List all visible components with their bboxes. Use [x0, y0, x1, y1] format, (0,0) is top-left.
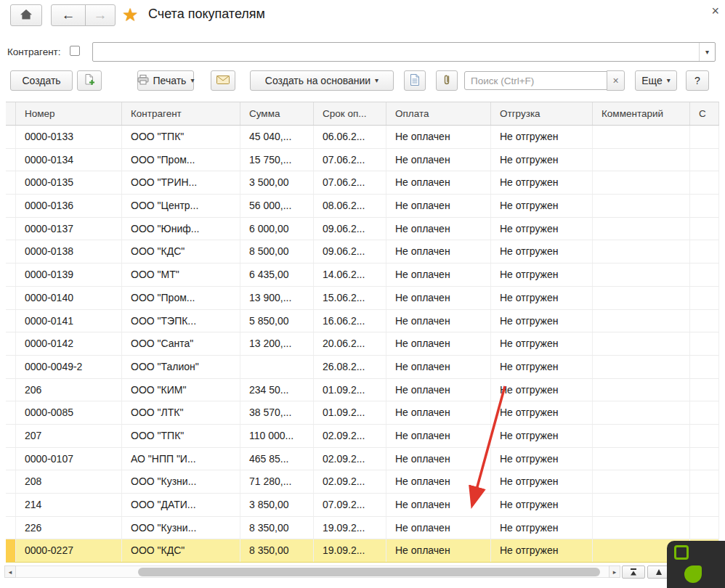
cell-counterparty[interactable]: ООО "КДС" — [122, 539, 240, 562]
cell-sum[interactable]: 6 435,00 — [240, 264, 314, 286]
cell-due-date[interactable]: 07.06.2... — [314, 149, 386, 171]
cell-due-date[interactable]: 26.08.2... — [314, 356, 386, 378]
column-header-comment[interactable]: Комментарий — [593, 102, 690, 125]
cell-due-date[interactable]: 20.06.2... — [314, 332, 386, 355]
copy-button[interactable] — [77, 70, 102, 91]
cell-due-date[interactable]: 07.06.2... — [314, 171, 386, 194]
invoice-row[interactable]: 0000-0049-2 ООО "Талион" 26.08.2... Не о… — [6, 356, 719, 379]
invoice-row[interactable]: 0000-0227 ООО "КДС" 8 350,00 19.09.2... … — [6, 539, 719, 563]
cell-due-date[interactable]: 16.06.2... — [314, 310, 386, 332]
cell-shipment-status[interactable]: Не отгружен — [491, 171, 593, 194]
scrollbar-thumb[interactable] — [138, 568, 600, 576]
cell-comment[interactable] — [593, 425, 690, 447]
cell-payment-status[interactable]: Не оплачен — [386, 448, 491, 470]
help-button[interactable]: ? — [686, 70, 709, 91]
cell-comment[interactable] — [593, 171, 690, 194]
cell-due-date[interactable]: 14.06.2... — [314, 264, 386, 286]
cell-sum[interactable]: 13 900,... — [240, 287, 314, 309]
cell-sum[interactable]: 56 000,... — [240, 195, 314, 217]
column-header-sum[interactable]: Сумма — [240, 102, 314, 125]
cell-sum[interactable]: 45 040,... — [240, 126, 314, 148]
cell-counterparty[interactable]: ООО "ТПК" — [122, 126, 240, 148]
cell-number[interactable]: 0000-0227 — [16, 539, 122, 562]
cell-extra[interactable] — [690, 332, 719, 355]
cell-payment-status[interactable]: Не оплачен — [386, 356, 491, 378]
invoice-row[interactable]: 208 ООО "Кузни... 71 280,... 02.09.2... … — [6, 470, 719, 494]
cell-counterparty[interactable]: ООО "ДАТИ... — [122, 494, 240, 516]
print-button[interactable]: Печать ▾ — [137, 70, 194, 91]
cell-due-date[interactable]: 09.06.2... — [314, 218, 386, 240]
column-header-payment[interactable]: Оплата — [386, 102, 491, 125]
cell-comment[interactable] — [593, 126, 690, 148]
cell-payment-status[interactable]: Не оплачен — [386, 379, 491, 401]
cell-sum[interactable]: 8 350,00 — [240, 539, 314, 562]
cell-number[interactable]: 0000-0085 — [16, 401, 122, 424]
cell-extra[interactable] — [690, 287, 719, 309]
back-button[interactable]: ← — [51, 4, 86, 26]
cell-extra[interactable] — [690, 425, 719, 447]
cell-payment-status[interactable]: Не оплачен — [386, 332, 491, 355]
scroll-left-button[interactable]: ◂ — [4, 565, 16, 578]
cell-counterparty[interactable]: ООО "Центр... — [122, 195, 240, 217]
cell-number[interactable]: 207 — [16, 425, 122, 447]
cell-number[interactable]: 0000-0141 — [16, 310, 122, 332]
cell-extra[interactable] — [690, 264, 719, 286]
cell-payment-status[interactable]: Не оплачен — [386, 171, 491, 194]
cell-shipment-status[interactable]: Не отгружен — [491, 264, 593, 286]
cell-shipment-status[interactable]: Не отгружен — [491, 425, 593, 447]
cell-extra[interactable] — [690, 401, 719, 424]
cell-payment-status[interactable]: Не оплачен — [386, 401, 491, 424]
cell-payment-status[interactable]: Не оплачен — [386, 517, 491, 539]
cell-extra[interactable] — [690, 379, 719, 401]
cell-sum[interactable]: 71 280,... — [240, 470, 314, 493]
cell-shipment-status[interactable]: Не отгружен — [491, 240, 593, 263]
cell-extra[interactable] — [690, 240, 719, 263]
cell-shipment-status[interactable]: Не отгружен — [491, 149, 593, 171]
cell-number[interactable]: 0000-0140 — [16, 287, 122, 309]
counterparty-filter-value[interactable] — [93, 43, 699, 61]
cell-due-date[interactable]: 01.09.2... — [314, 379, 386, 401]
cell-comment[interactable] — [593, 448, 690, 470]
scroll-right-button[interactable]: ▸ — [609, 565, 620, 578]
cell-due-date[interactable]: 02.09.2... — [314, 425, 386, 447]
cell-sum[interactable]: 6 000,00 — [240, 218, 314, 240]
invoice-row[interactable]: 226 ООО "Кузни... 8 350,00 19.09.2... Не… — [6, 517, 719, 540]
document-button[interactable] — [404, 70, 426, 91]
invoice-row[interactable]: 0000-0142 ООО "Санта" 13 200,... 20.06.2… — [6, 332, 719, 356]
cell-shipment-status[interactable]: Не отгружен — [491, 494, 593, 516]
cell-shipment-status[interactable]: Не отгружен — [491, 379, 593, 401]
favorite-star-icon[interactable]: ★ — [122, 4, 138, 25]
cell-counterparty[interactable]: ООО "Пром... — [122, 149, 240, 171]
cell-comment[interactable] — [593, 287, 690, 309]
cell-due-date[interactable]: 19.09.2... — [314, 517, 386, 539]
cell-sum[interactable]: 465 85... — [240, 448, 314, 470]
cell-shipment-status[interactable]: Не отгружен — [491, 332, 593, 355]
cell-sum[interactable]: 8 350,00 — [240, 517, 314, 539]
cell-payment-status[interactable]: Не оплачен — [386, 218, 491, 240]
cell-counterparty[interactable]: ООО "ТПК" — [122, 425, 240, 447]
invoice-row[interactable]: 207 ООО "ТПК" 110 000... 02.09.2... Не о… — [6, 425, 719, 448]
scroll-to-top-button[interactable] — [622, 565, 645, 579]
cell-counterparty[interactable]: АО "НПП "И... — [122, 448, 240, 470]
cell-number[interactable]: 0000-0137 — [16, 218, 122, 240]
cell-extra[interactable] — [690, 218, 719, 240]
cell-payment-status[interactable]: Не оплачен — [386, 126, 491, 148]
invoice-row[interactable]: 0000-0134 ООО "Пром... 15 750,... 07.06.… — [6, 149, 719, 172]
invoice-row[interactable]: 0000-0140 ООО "Пром... 13 900,... 15.06.… — [6, 287, 719, 310]
cell-sum[interactable]: 3 500,00 — [240, 171, 314, 194]
cell-extra[interactable] — [690, 195, 719, 217]
cell-number[interactable]: 0000-0049-2 — [16, 356, 122, 378]
cell-counterparty[interactable]: ООО "Кузни... — [122, 517, 240, 539]
column-header-shipment[interactable]: Отгрузка — [491, 102, 593, 125]
cell-counterparty[interactable]: ООО "Пром... — [122, 287, 240, 309]
cell-counterparty[interactable]: ООО "МТ" — [122, 264, 240, 286]
cell-sum[interactable] — [240, 356, 314, 378]
cell-number[interactable]: 214 — [16, 494, 122, 516]
cell-comment[interactable] — [593, 149, 690, 171]
cell-shipment-status[interactable]: Не отгружен — [491, 470, 593, 493]
cell-due-date[interactable]: 01.09.2... — [314, 401, 386, 424]
cell-number[interactable]: 226 — [16, 517, 122, 539]
invoice-row[interactable]: 214 ООО "ДАТИ... 3 850,00 07.09.2... Не … — [6, 494, 719, 517]
scrollbar-track[interactable] — [16, 565, 609, 578]
cell-shipment-status[interactable]: Не отгружен — [491, 195, 593, 217]
